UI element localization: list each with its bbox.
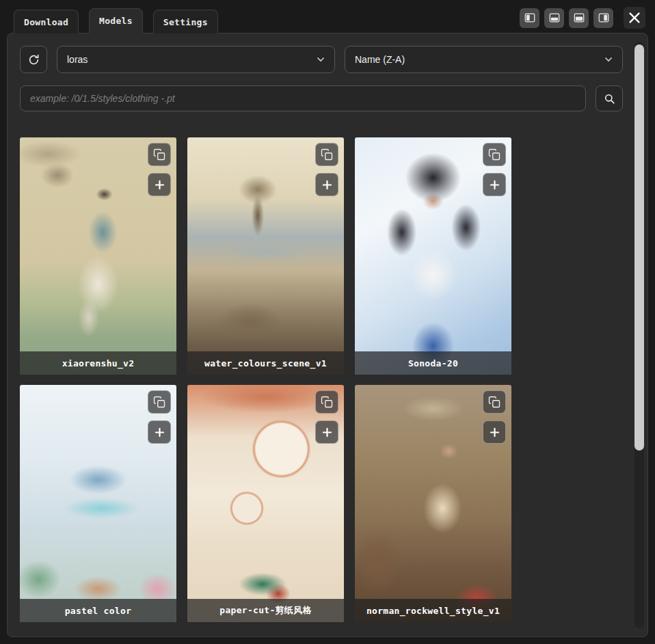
search-button[interactable] [596,85,623,111]
models-panel: loras Name (Z-A) [7,33,648,637]
model-card[interactable]: norman_rockwell_style_v1 [355,385,511,622]
copy-model-button[interactable] [483,390,506,414]
close-button[interactable] [624,7,645,29]
add-model-button[interactable] [148,173,171,196]
copy-model-button[interactable] [148,390,171,414]
model-card[interactable]: pastel color [20,385,176,622]
dock-right-icon [598,12,610,24]
copy-icon [153,148,165,161]
copy-icon [488,396,500,408]
model-card[interactable]: paper-cut-剪纸风格 [187,385,344,622]
card-actions [315,390,338,444]
dock-top-icon [573,12,585,24]
dock-bottom-icon [548,12,561,24]
dock-bottom-button[interactable] [544,8,564,28]
search-row [20,85,623,111]
copy-model-button[interactable] [483,143,506,166]
add-model-button[interactable] [148,420,171,444]
model-card[interactable]: Sonoda-20 [355,137,511,375]
plus-icon [488,178,501,191]
plus-icon [321,178,334,191]
model-manager-window: Download Models Settings [7,7,648,637]
close-icon [627,10,642,25]
model-name: pastel color [20,599,176,622]
scrollbar-track[interactable] [634,42,644,628]
model-name: Sonoda-20 [355,351,511,375]
chevron-down-icon [604,57,613,62]
copy-icon [488,148,500,161]
model-type-select[interactable]: loras [57,46,335,73]
add-model-button[interactable] [483,173,506,196]
model-name: norman_rockwell_style_v1 [355,599,511,622]
model-name: water_colours_scene_v1 [187,351,344,375]
model-name: xiaorenshu_v2 [20,351,176,375]
search-input[interactable] [20,85,586,111]
tab-settings[interactable]: Settings [153,10,218,33]
toolbar: loras Name (Z-A) [20,46,623,73]
chevron-down-icon [317,57,325,62]
copy-icon [153,396,165,408]
sort-value: Name (Z-A) [355,54,405,65]
card-actions [483,390,506,444]
add-model-button[interactable] [315,173,338,196]
dock-top-button[interactable] [569,8,589,28]
copy-model-button[interactable] [148,143,171,166]
plus-icon [488,426,501,439]
scrollbar-thumb[interactable] [634,44,644,451]
card-actions [148,143,171,196]
model-card[interactable]: xiaorenshu_v2 [20,137,176,375]
window-controls [520,7,645,33]
search-icon [603,92,616,105]
card-actions [315,143,338,196]
tab-bar: Download Models Settings [7,7,648,33]
card-actions [148,390,171,444]
model-grid: xiaorenshu_v2 water_colours_scene_v1 Son… [20,137,623,622]
copy-icon [321,148,333,161]
model-type-value: loras [67,54,88,65]
refresh-icon [27,53,40,66]
refresh-button[interactable] [20,46,47,73]
plus-icon [153,178,166,191]
tab-download[interactable]: Download [14,10,79,33]
card-actions [483,143,506,196]
tab-list: Download Models Settings [14,8,218,33]
copy-model-button[interactable] [315,143,338,166]
dock-left-button[interactable] [520,8,539,28]
model-card[interactable]: water_colours_scene_v1 [187,137,344,375]
copy-icon [321,396,333,408]
tab-models[interactable]: Models [89,8,143,33]
sort-select[interactable]: Name (Z-A) [345,46,623,73]
dock-left-icon [524,12,536,24]
add-model-button[interactable] [315,420,338,444]
dock-right-button[interactable] [593,8,613,28]
add-model-button[interactable] [483,420,506,444]
copy-model-button[interactable] [315,390,338,414]
model-name: paper-cut-剪纸风格 [187,599,344,622]
plus-icon [321,426,334,439]
plus-icon [153,426,166,439]
